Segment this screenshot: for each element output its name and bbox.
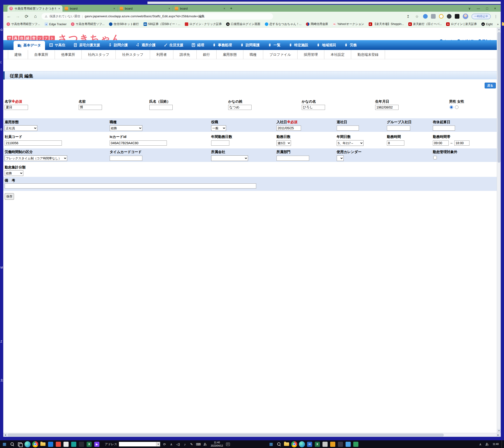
- running-app-3-icon[interactable]: [338, 442, 343, 447]
- bookmark-item[interactable]: R楽天銀行（旧イーバ...: [408, 22, 442, 26]
- extensions-puzzle-icon[interactable]: [447, 14, 451, 19]
- submenu-item-job-type[interactable]: 職種: [243, 50, 263, 59]
- tab-close-icon[interactable]: ×: [58, 7, 61, 10]
- company-select[interactable]: [211, 155, 248, 161]
- start-button-icon[interactable]: ▦: [1, 441, 7, 447]
- submenu-item-internal-staff[interactable]: 社内スタッフ: [82, 50, 116, 59]
- submenu-item-bank[interactable]: 銀行: [197, 50, 216, 59]
- running-app-1-icon[interactable]: [323, 442, 328, 447]
- share-icon[interactable]: ↥: [405, 14, 411, 19]
- remarks-input[interactable]: [5, 183, 256, 189]
- employee-code-input[interactable]: [5, 141, 62, 146]
- nav-tab-accounting[interactable]: 経理: [187, 40, 208, 50]
- other-bookmarks-button[interactable]: その他のブックマーク: [502, 22, 504, 26]
- bookmark-item[interactable]: Rログイン | 楽天証券: [446, 22, 477, 26]
- browser-tab-board-2[interactable]: board ×: [118, 5, 173, 12]
- address-go-icon[interactable]: ⟳: [162, 442, 167, 446]
- address-bar[interactable]: ⚠ 保護されていない通信 | gasrv.japanwest.cloudapp.…: [41, 13, 273, 19]
- vertical-scrollbar[interactable]: ▲ ▼: [497, 28, 501, 433]
- nav-tab-area-patrol[interactable]: 地域巡回: [312, 40, 340, 50]
- submenu-item-other-office[interactable]: 他事業所: [55, 50, 82, 59]
- bookmark-item[interactable]: R【楽天市場】Shoppin...: [369, 22, 404, 26]
- first-name-input[interactable]: [79, 105, 102, 110]
- hire-date-input[interactable]: [276, 125, 301, 131]
- home-icon[interactable]: ⌂: [33, 14, 38, 19]
- calendar-select[interactable]: [337, 155, 344, 161]
- bookmark-item[interactable]: 住信SBIネット銀行: [109, 22, 139, 26]
- extension-notion-icon[interactable]: [455, 14, 459, 19]
- bookmark-item[interactable]: eEight: [481, 22, 493, 26]
- bookmark-item[interactable]: 岡崎信用金庫: [306, 22, 328, 26]
- nav-tab-list[interactable]: 一覧: [264, 40, 285, 50]
- bookmark-item[interactable]: ?サ高住専用経営ソフ...: [6, 22, 40, 26]
- nav-tab-office-work[interactable]: 事務処理: [208, 40, 236, 50]
- bookmark-item[interactable]: ▲Edge Tracker: [45, 22, 67, 26]
- pinned-app-teal-icon[interactable]: [71, 442, 76, 447]
- annual-days-select[interactable]: 5、年217～: [337, 140, 363, 146]
- nav-tab-labor[interactable]: 労務: [340, 40, 361, 50]
- birth-date-input[interactable]: [375, 105, 398, 110]
- address-dropdown-icon[interactable]: ▼: [156, 442, 160, 446]
- work-time-to-input[interactable]: [454, 141, 469, 146]
- timecard-code-input[interactable]: [110, 156, 142, 161]
- security-warning-icon[interactable]: ⚠: [45, 15, 48, 18]
- annual-work-days-input[interactable]: [211, 141, 229, 146]
- submenu-item-building[interactable]: 建物: [8, 50, 28, 59]
- pinned-app-red-icon[interactable]: [56, 442, 61, 447]
- position-select[interactable]: 一般: [211, 125, 226, 131]
- browser-menu-icon[interactable]: ⋮: [494, 14, 498, 19]
- window-maximize-button[interactable]: □: [486, 6, 488, 10]
- job-type-select[interactable]: 総務: [110, 125, 142, 131]
- bookmark-item[interactable]: ログイン - クリック証券: [185, 22, 222, 26]
- leave-date-input[interactable]: [337, 125, 359, 131]
- attendance-excluded-checkbox[interactable]: [433, 156, 437, 159]
- nav-tab-life-support[interactable]: 生活支援: [160, 40, 187, 50]
- submenu-item-external-staff[interactable]: 社外スタッフ: [116, 50, 150, 59]
- nav-tab-day-care[interactable]: 通所介護: [132, 40, 160, 50]
- running-app-4-icon[interactable]: [345, 442, 351, 447]
- nav-tab-visit-nursing[interactable]: 訪問看護: [236, 40, 264, 50]
- media-app-icon[interactable]: ▶: [94, 442, 99, 447]
- taskbar-search-icon-2[interactable]: [276, 441, 282, 447]
- kana-last-input[interactable]: [228, 105, 252, 110]
- scroll-up-arrow[interactable]: ▲: [497, 28, 501, 32]
- group-hire-date-input[interactable]: [387, 125, 410, 131]
- submenu-item-employment-type[interactable]: 雇用形態: [216, 50, 243, 59]
- profile-avatar[interactable]: [463, 14, 468, 19]
- page-url[interactable]: gasrv.japanwest.cloudapp.azure.com/web/B…: [85, 14, 205, 18]
- vertical-scroll-thumb[interactable]: [498, 32, 501, 163]
- bookmark-star-icon[interactable]: ☆: [414, 14, 420, 19]
- touch-keyboard-icon[interactable]: ⌨: [196, 442, 201, 446]
- back-button[interactable]: 戻る: [485, 83, 496, 89]
- bookmark-item[interactable]: Y!Yahoo!オークション: [332, 22, 364, 26]
- scroll-left-arrow[interactable]: ◀: [3, 433, 7, 437]
- horizontal-scrollbar[interactable]: ◀ ▶: [3, 433, 500, 437]
- bookmark-item[interactable]: ?サ高住専用経営ソフ...: [71, 22, 105, 26]
- submenu-item-own-office[interactable]: 自事業所: [28, 50, 55, 59]
- extension-ring-icon[interactable]: [439, 14, 444, 19]
- nav-tab-visit-care[interactable]: 訪問介護: [104, 40, 132, 50]
- nav-tab-basic-data[interactable]: 基本データ: [14, 41, 45, 50]
- work-hours-input[interactable]: [387, 141, 404, 146]
- file-explorer-icon[interactable]: [40, 442, 46, 446]
- bookmark-item[interactable]: SBISBI証券（旧SBIイー・...: [144, 22, 180, 26]
- submenu-item-attendance-terminal[interactable]: 勤怠端末登録: [351, 50, 385, 59]
- ime-indicator-2[interactable]: あ: [485, 442, 490, 446]
- employment-type-select[interactable]: 正社員: [5, 125, 37, 131]
- browser-tab-board-3[interactable]: board ×: [173, 5, 228, 12]
- volume-icon[interactable]: ◁): [176, 442, 180, 446]
- taskbar-clock-right[interactable]: 11:40: [493, 443, 499, 446]
- start-button-icon-2[interactable]: ▦: [268, 441, 274, 447]
- gender-female-radio[interactable]: [455, 106, 458, 109]
- extension-screenshot-icon[interactable]: [431, 14, 436, 19]
- forward-icon[interactable]: →: [15, 14, 20, 19]
- submenu-item-billing[interactable]: 請求先: [173, 50, 197, 59]
- tab-close-icon[interactable]: ×: [168, 7, 171, 10]
- mail-app-icon[interactable]: ✉: [307, 442, 312, 447]
- last-name-input[interactable]: [5, 105, 28, 110]
- nav-tab-designated-facility[interactable]: 特定施設: [285, 40, 312, 50]
- back-icon[interactable]: ←: [6, 14, 12, 19]
- taskbar-search-icon[interactable]: [9, 441, 15, 447]
- microphone-icon[interactable]: ♪: [182, 442, 187, 446]
- horizontal-scroll-thumb[interactable]: [7, 433, 444, 437]
